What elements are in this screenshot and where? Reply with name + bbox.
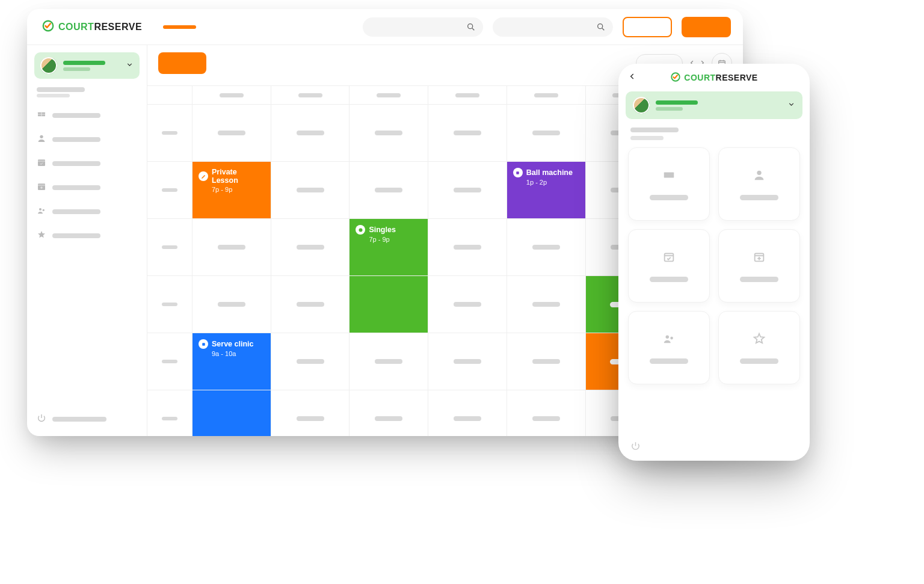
active-tab-indicator	[163, 25, 196, 29]
sidebar-item-events[interactable]	[34, 178, 140, 197]
user-card[interactable]	[34, 52, 140, 79]
user-icon	[753, 168, 766, 184]
svg-rect-14	[664, 172, 674, 177]
time-label	[147, 390, 192, 436]
grid-header-cell	[271, 86, 350, 104]
svg-point-2	[598, 23, 603, 28]
time-label	[147, 161, 192, 218]
grid-cell[interactable]	[192, 104, 271, 161]
svg-rect-10	[517, 171, 520, 174]
grid-cell[interactable]	[428, 333, 507, 390]
grid-cell[interactable]	[271, 104, 350, 161]
tile-members[interactable]	[718, 147, 800, 221]
header-outline-button[interactable]	[623, 17, 672, 37]
svg-point-7	[39, 208, 42, 211]
grid-cell[interactable]	[428, 390, 507, 436]
grid-cell[interactable]	[428, 275, 507, 333]
time-label	[147, 104, 192, 161]
pencil-icon	[199, 171, 208, 181]
sidebar-item-courts[interactable]	[34, 106, 140, 125]
mobile-footer-logout[interactable]	[618, 434, 810, 461]
grid-cell[interactable]	[428, 218, 507, 275]
grid-cell[interactable]	[271, 333, 350, 390]
grid-cell[interactable]	[507, 218, 586, 275]
grid-cell[interactable]: Ball machine 1p - 2p	[507, 161, 586, 218]
calendar-plus-icon	[37, 182, 46, 194]
logo-checkmark-icon	[42, 19, 55, 35]
avatar	[40, 57, 57, 74]
mobile-tile-grid	[618, 144, 810, 388]
sidebar-item-label	[52, 185, 100, 190]
grid-cell[interactable]	[350, 275, 428, 333]
event-private-lesson[interactable]: Private Lesson 7p - 9p	[192, 162, 271, 219]
sidebar-item-favorites[interactable]	[34, 226, 140, 245]
grid-cell[interactable]: Singles 7p - 9p	[350, 218, 428, 275]
group-icon	[662, 332, 676, 348]
tile-courts[interactable]	[628, 147, 710, 221]
time-label	[147, 218, 192, 275]
sidebar-item-reservations[interactable]	[34, 154, 140, 173]
grid-cell[interactable]	[192, 218, 271, 275]
clinic-icon	[199, 339, 208, 349]
mobile-user-card[interactable]	[626, 91, 802, 119]
svg-point-4	[40, 135, 43, 138]
tile-reservations[interactable]	[628, 229, 710, 303]
time-label	[147, 333, 192, 390]
user-name-placeholder	[63, 61, 105, 65]
grid-cell[interactable]	[271, 390, 350, 436]
calendar-plus-icon	[753, 250, 766, 266]
event-ball-machine[interactable]: Ball machine 1p - 2p	[507, 162, 585, 219]
logo[interactable]: COURTRESERVE	[27, 19, 147, 35]
grid-cell[interactable]	[192, 390, 271, 436]
grid-cell[interactable]	[507, 275, 586, 333]
grid-cell[interactable]	[507, 333, 586, 390]
sidebar-item-label	[52, 233, 100, 238]
grid-cell[interactable]	[507, 390, 586, 436]
header-primary-button[interactable]	[682, 17, 731, 37]
avatar	[633, 97, 650, 114]
grid-cell[interactable]	[350, 161, 428, 218]
grid-cell[interactable]: Serve clinic 9a - 10a	[192, 333, 271, 390]
grid-cell[interactable]	[428, 161, 507, 218]
mobile-frame: COURTRESERVE	[618, 64, 810, 461]
grid-cell[interactable]	[192, 275, 271, 333]
logo-text-a: COURT	[58, 22, 94, 32]
sidebar-item-label	[52, 137, 100, 142]
search-input-2[interactable]	[493, 17, 613, 37]
grid-cell[interactable]	[271, 275, 350, 333]
star-icon	[753, 332, 766, 348]
new-reservation-button[interactable]	[158, 52, 206, 74]
back-button[interactable]	[628, 72, 636, 83]
grid-cell[interactable]	[507, 104, 586, 161]
user-icon	[37, 134, 46, 146]
tile-favorites[interactable]	[718, 311, 800, 384]
user-sub-placeholder	[63, 67, 90, 71]
power-icon	[37, 413, 46, 425]
grid-cell[interactable]	[271, 161, 350, 218]
svg-rect-12	[202, 343, 205, 346]
grid-cell[interactable]	[350, 104, 428, 161]
grid-cell[interactable]	[428, 104, 507, 161]
grid-cell[interactable]: Private Lesson 7p - 9p	[192, 161, 271, 218]
grid-cell[interactable]	[350, 333, 428, 390]
sidebar-item-label	[52, 113, 100, 118]
mobile-title	[618, 119, 810, 144]
svg-point-15	[757, 170, 761, 174]
sidebar-item-groups[interactable]	[34, 202, 140, 221]
tile-events[interactable]	[718, 229, 800, 303]
user-sub-placeholder	[656, 107, 683, 111]
sidebar-footer-label	[52, 417, 106, 422]
grid-header-cell	[350, 86, 428, 104]
court-icon	[37, 109, 46, 121]
tile-groups[interactable]	[628, 311, 710, 384]
sidebar	[27, 45, 147, 436]
search-input-1[interactable]	[363, 17, 483, 37]
svg-point-11	[359, 228, 362, 232]
sidebar-footer-logout[interactable]	[34, 410, 140, 429]
sidebar-item-members[interactable]	[34, 130, 140, 149]
sidebar-item-dashboard[interactable]	[34, 84, 140, 101]
grid-cell[interactable]	[271, 218, 350, 275]
grid-cell[interactable]	[350, 390, 428, 436]
mobile-header: COURTRESERVE	[618, 64, 810, 91]
chevron-down-icon	[787, 100, 795, 111]
